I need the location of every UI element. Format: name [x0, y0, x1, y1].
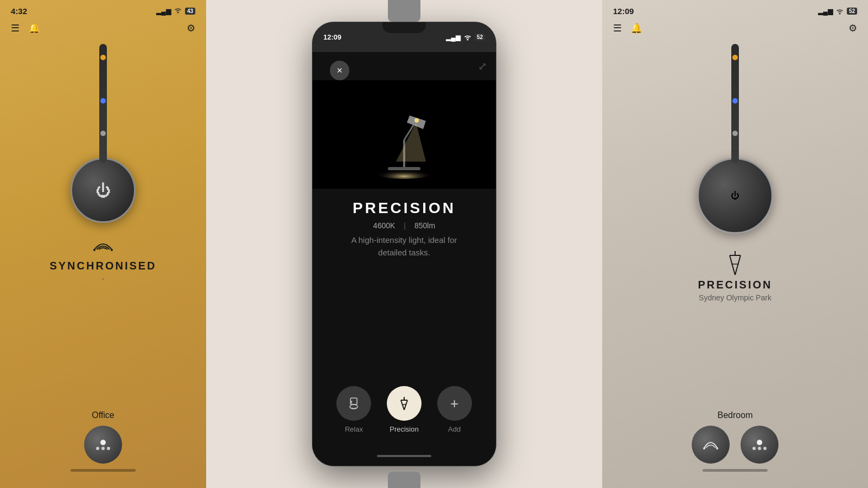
modal-phone: 12:09 ▂▄▆ 52 × ⤢ — [312, 22, 496, 466]
modal-mode-selector: Relax Precision — [312, 375, 496, 450]
right-slider-dot-top — [732, 55, 738, 60]
slider-dot-top — [100, 55, 106, 60]
modal-top-bar: 12:09 ▂▄▆ 52 — [312, 22, 496, 52]
right-settings-icon[interactable]: ⚙ — [848, 22, 857, 34]
svg-rect-5 — [388, 167, 420, 170]
right-battery: 52 — [847, 8, 857, 15]
svg-point-3 — [467, 38, 468, 40]
right-sync-icon — [703, 439, 718, 450]
nav-dots-row — [96, 447, 110, 450]
svg-point-8 — [414, 118, 419, 123]
modal-temp: 4600K — [373, 221, 395, 230]
modal-specs: 4600K | 850lm — [373, 221, 435, 230]
right-power-icon: ⏻ — [731, 191, 739, 201]
lamp-image-area — [312, 80, 496, 189]
left-mode-section: SYNCHRONISED - — [0, 239, 206, 283]
right-dial-knob[interactable]: ⏻ — [697, 158, 773, 234]
modal-home-indicator-container — [312, 450, 496, 466]
left-location: Office — [92, 410, 114, 420]
left-nav-left: ☰ 🔔 — [11, 22, 40, 34]
svg-line-20 — [730, 255, 735, 275]
modal-wifi-icon — [463, 34, 472, 41]
right-sync-button[interactable] — [692, 426, 730, 464]
menu-icon[interactable]: ☰ — [11, 22, 20, 34]
svg-point-0 — [177, 12, 178, 14]
slider-dot-bot — [100, 131, 106, 136]
mode-btn-relax[interactable]: Relax — [336, 386, 371, 433]
right-bottom-buttons — [692, 426, 778, 464]
left-top-nav: ☰ 🔔 ⚙ — [0, 20, 206, 38]
signal-icon: ▂▄▆ — [156, 8, 171, 15]
modal-info: PRECISION 4600K | 850lm A high-intensity… — [312, 189, 496, 269]
modal-home-indicator — [377, 455, 431, 457]
right-phone-panel: 12:09 ▂▄▆ 52 ☰ 🔔 ⚙ ⏻ — [602, 0, 868, 488]
left-status-bar: 4:32 ▂▄▆ 43 — [0, 0, 206, 20]
precision-symbol-svg — [724, 250, 746, 276]
close-icon: × — [337, 65, 343, 76]
right-precision-icon — [724, 250, 746, 279]
left-time: 4:32 — [11, 7, 27, 16]
wifi-icon — [174, 7, 182, 15]
modal-notch — [382, 22, 426, 33]
sync-icon — [93, 239, 113, 256]
modal-description: A high-intensity light, ideal for detail… — [329, 234, 480, 259]
nav-dot-1 — [96, 447, 99, 450]
lamp-svg — [355, 86, 453, 183]
svg-point-23 — [703, 447, 705, 450]
relax-circle — [336, 386, 371, 421]
right-slider-dot-bot — [732, 131, 738, 136]
bell-icon[interactable]: 🔔 — [28, 22, 40, 34]
right-time: 12:09 — [613, 7, 634, 16]
right-wifi-icon — [835, 8, 844, 15]
modal-product-title: PRECISION — [353, 200, 456, 217]
modal-signal-icon: ▂▄▆ — [446, 34, 461, 41]
precision-icon — [397, 396, 412, 411]
right-status-icons: ▂▄▆ 52 — [818, 8, 857, 15]
right-status-bar: 12:09 ▂▄▆ 52 — [602, 0, 868, 20]
add-label: Add — [448, 425, 461, 433]
left-nav-button[interactable] — [84, 426, 122, 464]
left-phone-panel: 4:32 ▂▄▆ 43 ☰ 🔔 ⚙ — [0, 0, 206, 488]
right-location-secondary: Bedroom — [718, 410, 753, 420]
svg-line-14 — [401, 400, 404, 410]
right-slider-track[interactable] — [731, 44, 739, 163]
modal-close-button[interactable]: × — [330, 61, 349, 80]
modal-lumen: 850lm — [414, 221, 435, 230]
svg-point-2 — [111, 249, 113, 251]
right-nav-button[interactable] — [741, 426, 778, 464]
modal-action-row: × ⤢ — [312, 52, 496, 80]
left-slider-track[interactable] — [99, 44, 107, 163]
right-menu-icon[interactable]: ☰ — [613, 22, 622, 34]
right-nav-dot-2 — [758, 447, 761, 450]
mode-btn-add[interactable]: + Add — [437, 386, 472, 433]
left-battery: 43 — [185, 8, 195, 15]
right-bottom-section: Bedroom — [602, 410, 868, 488]
modal-status-right: ▂▄▆ 52 — [446, 34, 485, 41]
left-slider-container: ⏻ — [0, 44, 206, 223]
right-nav-dot-1 — [752, 447, 756, 450]
nav-dot-2 — [101, 447, 105, 450]
left-status-icons: ▂▄▆ 43 — [156, 7, 195, 15]
right-signal-icon: ▂▄▆ — [818, 8, 833, 15]
settings-icon[interactable]: ⚙ — [187, 22, 195, 34]
modal-screen-content: × ⤢ — [312, 52, 496, 450]
nav-center-dot — [100, 440, 106, 445]
modal-battery: 52 — [475, 34, 485, 41]
center-panel: 12:09 ▂▄▆ 52 × ⤢ — [206, 0, 602, 488]
right-mode-section: PRECISION Sydney Olympic Park — [602, 250, 868, 302]
svg-line-15 — [404, 400, 407, 410]
right-nav-dot-3 — [763, 447, 767, 450]
expand-icon[interactable]: ⤢ — [478, 60, 487, 73]
left-mode-sub: - — [102, 274, 105, 283]
add-circle: + — [437, 386, 472, 421]
right-bell-icon[interactable]: 🔔 — [630, 22, 642, 34]
left-dial-knob[interactable]: ⏻ — [71, 158, 136, 223]
right-slider-container: ⏻ — [602, 44, 868, 234]
svg-point-17 — [839, 12, 840, 14]
right-top-nav: ☰ 🔔 ⚙ — [602, 20, 868, 38]
right-nav-left: ☰ 🔔 — [613, 22, 642, 34]
right-home-indicator — [703, 469, 768, 472]
right-nav-dots-row — [752, 447, 767, 450]
mode-btn-precision[interactable]: Precision — [387, 386, 422, 433]
right-nav-center-dot — [757, 440, 762, 445]
